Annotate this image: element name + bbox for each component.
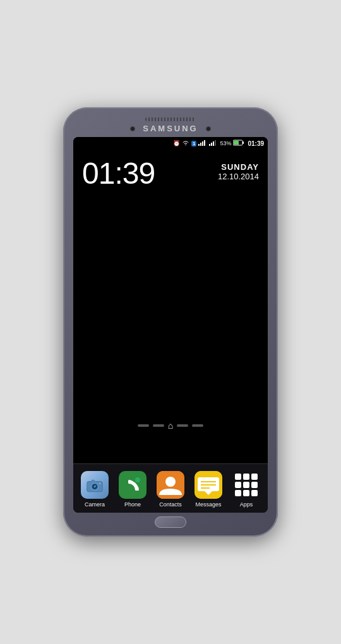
apps-dot-8 [243,490,249,496]
dock-item-apps[interactable]: Apps [230,471,263,508]
signal1-icon [198,140,207,147]
home-button[interactable] [155,516,186,528]
svg-rect-0 [198,144,200,146]
apps-dot-1 [235,474,241,480]
svg-rect-1 [200,143,201,146]
status-icons: ⏰ 1 [173,140,264,147]
dock-item-messages[interactable]: Messages [192,471,225,508]
wifi-icon [182,140,189,147]
phone-bottom [155,513,186,530]
page-indicators: ⌂ [73,420,268,431]
front-camera [130,126,135,131]
svg-rect-5 [211,143,212,146]
day-label: SUNDAY [221,162,259,172]
apps-dot-5 [243,482,249,488]
date-label: 12.10.2014 [218,172,259,181]
svg-rect-18 [99,482,101,484]
phone-icon-bg [119,471,147,499]
svg-point-20 [135,477,140,482]
svg-rect-4 [209,144,210,146]
apps-icon-bg [232,471,260,499]
apps-dot-4 [235,482,241,488]
clock-date-area: 01:39 SUNDAY 12.10.2014 [73,150,268,189]
camera-label: Camera [85,501,105,508]
speaker-grille [145,117,196,121]
contacts-icon-bg [157,471,184,499]
sim-badge: 1 [191,141,196,146]
svg-rect-7 [215,140,216,146]
phone-label: Phone [124,501,141,508]
svg-rect-2 [202,141,203,146]
dock-item-phone[interactable]: Phone [116,471,149,508]
svg-rect-6 [213,141,214,146]
apps-dot-9 [251,490,258,496]
apps-dot-6 [251,482,258,488]
page-dot-2 [153,424,164,427]
main-clock: 01:39 [82,158,155,189]
speaker-dot [206,126,211,131]
page-dot-1 [138,424,149,427]
date-area: SUNDAY 12.10.2014 [218,158,259,181]
svg-point-22 [165,477,176,487]
status-bar-time: 01:39 [248,140,264,147]
apps-label: Apps [240,501,253,508]
dock-item-camera[interactable]: Camera [78,471,111,508]
battery-percent-label: 53% [220,140,231,146]
brand-label: SAMSUNG [143,124,198,133]
apps-dot-7 [235,490,241,496]
signal2-icon [209,140,218,147]
messages-icon-bg [194,471,222,499]
screen-content: 01:39 SUNDAY 12.10.2014 ⌂ [73,150,268,463]
dock-item-contacts[interactable]: Contacts [154,471,187,508]
camera-icon-bg [81,471,109,499]
phone-device: SAMSUNG ⏰ 1 [63,107,278,537]
page-dot-3 [177,424,188,427]
camera-speaker-row: SAMSUNG [68,124,273,133]
apps-dot-2 [243,474,249,480]
page-dot-4 [192,424,203,427]
apps-dot-3 [251,474,258,480]
alarm-icon: ⏰ [173,140,180,146]
phone-top: SAMSUNG [68,115,273,137]
apps-grid [234,472,259,498]
phone-screen: ⏰ 1 [73,137,268,513]
svg-point-16 [95,485,96,486]
svg-rect-3 [204,140,205,146]
svg-rect-10 [234,141,239,145]
dock: Camera Phone [73,463,268,513]
svg-rect-17 [92,479,95,481]
contacts-label: Contacts [159,501,182,508]
home-indicator[interactable]: ⌂ [168,420,173,431]
status-bar: ⏰ 1 [73,137,268,150]
battery-icon [233,140,244,147]
messages-label: Messages [195,501,221,508]
svg-rect-9 [242,141,244,144]
